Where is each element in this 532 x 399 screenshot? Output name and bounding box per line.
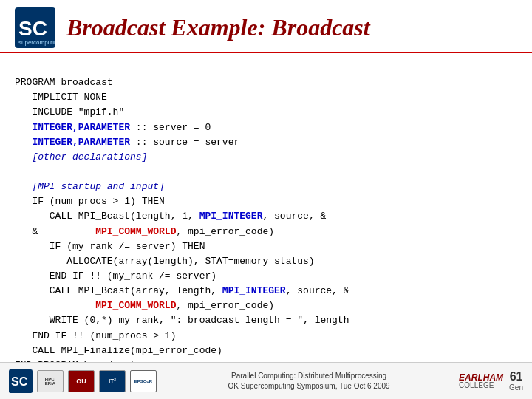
footer-sc-logo: SC: [9, 369, 33, 393]
ou-logo: OU: [68, 370, 95, 392]
line-13: END IF !! (my_rank /= server): [15, 270, 216, 282]
line-4: INTEGER,PARAMETER :: server = 0: [15, 122, 211, 133]
svg-text:SC: SC: [11, 375, 28, 388]
hpceria-logo: HPCERiA: [37, 370, 64, 392]
header: SC supercomputing Broadcast Example: Bro…: [0, 0, 532, 53]
line-5: INTEGER,PARAMETER :: source = server: [15, 137, 239, 148]
line-14: CALL MPI_Bcast(array, length, MPI_INTEGE…: [15, 285, 349, 296]
line-6: [other declarations]: [15, 151, 147, 163]
college-label: COLLEGE: [459, 382, 503, 389]
line-1: PROGRAM broadcast: [15, 77, 113, 88]
gen-label: Gen: [509, 383, 523, 392]
line-2: IMPLICIT NONE: [15, 92, 107, 103]
svg-text:SC: SC: [18, 17, 47, 40]
line-7: [MPI startup and input]: [15, 181, 165, 192]
epscor-logo: EPSCoR: [130, 370, 157, 392]
page-title: Broadcast Example: Broadcast: [66, 14, 370, 41]
sc-logo: SC supercomputing: [15, 7, 55, 48]
line-8: IF (num_procs > 1) THEN: [15, 196, 165, 207]
line-3: INCLUDE "mpif.h": [15, 106, 124, 117]
line-18: CALL MPI_Finalize(mpi_error_code): [15, 345, 222, 356]
it-logo: IT²: [99, 370, 126, 392]
svg-text:supercomputing: supercomputing: [18, 39, 55, 46]
line-11: IF (my_rank /= server) THEN: [15, 241, 205, 252]
line-15: MPI_COMM_WORLD, mpi_error_code): [15, 300, 274, 311]
footer-line1: Parallel Computing: Distributed Multipro…: [159, 371, 459, 381]
line-12: ALLOCATE(array(length), STAT=memory_stat…: [15, 256, 315, 267]
line-10: & MPI_COMM_WORLD, mpi_error_code): [15, 226, 274, 237]
line-17: END IF !! (num_procs > 1): [15, 330, 176, 341]
footer-text: Parallel Computing: Distributed Multipro…: [159, 371, 459, 392]
page-number: 61: [510, 370, 523, 383]
footer-line2: OK Supercomputing Symposium, Tue Oct 6 2…: [159, 381, 459, 392]
main-content: PROGRAM broadcast IMPLICIT NONE INCLUDE …: [0, 53, 532, 392]
line-16: WRITE (0,*) my_rank, ": broadcast length…: [15, 315, 349, 326]
code-block: PROGRAM broadcast IMPLICIT NONE INCLUDE …: [15, 61, 517, 388]
earlham-label: EARLHAM: [459, 373, 503, 382]
footer: SC HPCERiA OU IT² EPSCoR Parallel Comput…: [0, 362, 532, 399]
footer-right: EARLHAM COLLEGE 61 Gen: [459, 370, 523, 392]
line-9: CALL MPI_Bcast(length, 1, MPI_INTEGER, s…: [15, 211, 326, 222]
footer-logos: SC HPCERiA OU IT² EPSCoR: [9, 369, 159, 393]
